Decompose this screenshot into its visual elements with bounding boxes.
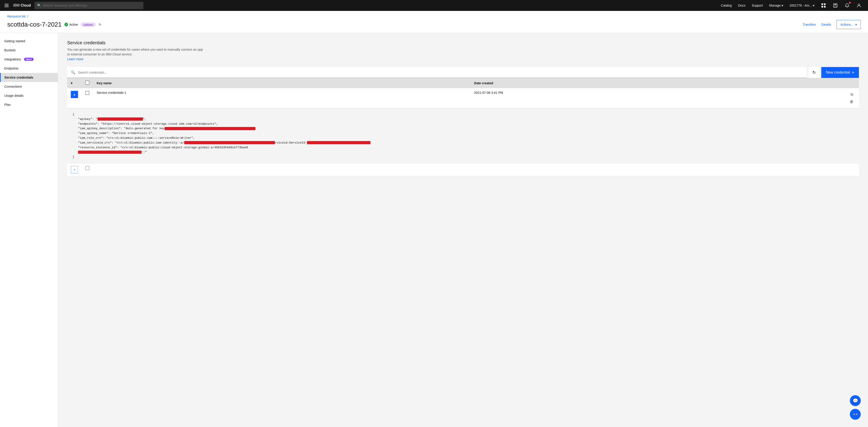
- notification-dot: [849, 2, 851, 4]
- brand-logo: IBM Cloud: [13, 3, 31, 7]
- user-icon-btn[interactable]: [854, 0, 864, 11]
- credential-date-cell: [470, 163, 841, 176]
- credentials-toolbar: 🔍 ↻ New credential +: [67, 67, 859, 78]
- credential-actions-cell: ⧉ 🗑: [841, 88, 859, 108]
- main-layout: Getting started Buckets Integrations New…: [0, 33, 868, 427]
- sidebar-item-usage-details[interactable]: Usage details: [0, 91, 58, 100]
- col-select-all[interactable]: [82, 78, 93, 88]
- notifications-icon-btn[interactable]: [842, 0, 852, 11]
- new-credential-button[interactable]: New credential +: [821, 67, 859, 78]
- titlebar-left: scottda-cos-7-2021 Active cpdaas ✎: [7, 21, 101, 28]
- section-description: You can generate a new set of credential…: [67, 47, 203, 61]
- plus-icon: +: [852, 70, 855, 75]
- expand-row-button[interactable]: ▲: [71, 91, 78, 98]
- top-navigation: IBM Cloud 🔍 Catalog Docs Support Manage …: [0, 0, 868, 11]
- calculator-icon-btn[interactable]: [830, 0, 841, 11]
- chat-fab-button[interactable]: 💬: [850, 395, 861, 406]
- redacted-value: [307, 141, 370, 144]
- catalog-link[interactable]: Catalog: [718, 0, 734, 11]
- sidebar-item-connections[interactable]: Connections: [0, 82, 58, 91]
- chevron-down-icon: ▾: [71, 81, 72, 85]
- svg-rect-0: [822, 3, 823, 5]
- svg-point-6: [834, 6, 835, 6]
- chevron-down-icon: ▾: [813, 4, 814, 7]
- breadcrumb-separator: /: [27, 15, 28, 18]
- support-link[interactable]: Support: [749, 0, 766, 11]
- json-viewer: { "apikey": " ", "endpoints": "https://c…: [67, 108, 859, 163]
- learn-more-link[interactable]: Learn more: [67, 57, 84, 61]
- redacted-value: [165, 127, 255, 130]
- svg-point-7: [835, 6, 836, 6]
- svg-rect-5: [834, 4, 836, 5]
- breadcrumb-parent-link[interactable]: Resource list: [7, 15, 26, 18]
- redacted-value: [78, 150, 142, 154]
- manage-link[interactable]: Manage ▾: [767, 0, 786, 11]
- docs-link[interactable]: Docs: [736, 0, 748, 11]
- sidebar-item-buckets[interactable]: Buckets: [0, 46, 58, 55]
- row-checkbox[interactable]: [85, 91, 89, 95]
- hamburger-menu[interactable]: [4, 3, 9, 8]
- global-search-container: 🔍: [34, 2, 144, 9]
- json-line: }: [72, 155, 854, 160]
- titlebar: Resource list / scottda-cos-7-2021 Activ…: [0, 11, 868, 33]
- table-row-expanded: { "apikey": " ", "endpoints": "https://c…: [67, 108, 859, 163]
- switcher-icon-btn[interactable]: [818, 0, 829, 11]
- redacted-value: [98, 117, 143, 121]
- account-link[interactable]: 2001776 - Am... ▾: [787, 0, 817, 11]
- table-row: ▾: [67, 163, 859, 176]
- search-icon: 🔍: [71, 70, 75, 75]
- redacted-value: [184, 141, 275, 144]
- copy-credential-button[interactable]: ⧉: [848, 91, 855, 98]
- expand-cell[interactable]: ▾: [67, 163, 82, 176]
- col-keyname-header: Key name: [93, 78, 470, 88]
- credentials-table: ▾ Key name Date created ▲: [67, 78, 859, 176]
- cpdaas-tag: cpdaas: [81, 23, 96, 27]
- global-search-input[interactable]: [43, 4, 141, 7]
- expand-cell[interactable]: ▲: [67, 88, 82, 108]
- page-title: scottda-cos-7-2021: [7, 21, 62, 28]
- json-line: "iam_role_crn": "crn:v1:bluemix:public:i…: [72, 136, 854, 141]
- svg-point-9: [834, 7, 835, 7]
- help-fab-button[interactable]: 👓: [850, 409, 861, 420]
- sidebar-item-getting-started[interactable]: Getting started: [0, 36, 58, 46]
- col-date-header: Date created: [470, 78, 841, 88]
- breadcrumb: Resource list /: [7, 15, 861, 18]
- actions-button[interactable]: Actions... ▾: [836, 20, 861, 29]
- select-all-checkbox[interactable]: [85, 81, 89, 85]
- new-tag: New!: [24, 58, 34, 61]
- edit-title-icon[interactable]: ✎: [98, 23, 101, 27]
- search-icon: 🔍: [37, 4, 41, 7]
- col-expand: ▾: [67, 78, 82, 88]
- sidebar-item-service-credentials[interactable]: Service credentials: [0, 73, 58, 82]
- chevron-down-icon: ▾: [781, 4, 783, 7]
- svg-point-10: [835, 7, 836, 7]
- chevron-down-icon: ▾: [855, 23, 857, 26]
- json-line: {: [72, 112, 854, 117]
- sidebar-item-integrations[interactable]: Integrations New!: [0, 55, 58, 64]
- row-checkbox-cell[interactable]: [82, 88, 93, 108]
- expand-row-button[interactable]: ▾: [71, 166, 78, 173]
- refresh-button[interactable]: ↻: [809, 67, 819, 78]
- json-line: "endpoints": "https://control.cloud-obje…: [72, 122, 854, 126]
- row-checkbox-cell[interactable]: [82, 163, 93, 176]
- details-link[interactable]: Details: [822, 23, 831, 26]
- main-content: Service credentials You can generate a n…: [58, 33, 868, 427]
- table-header: ▾ Key name Date created: [67, 78, 859, 88]
- json-line: "iam_apikey_name": "Service credentials-…: [72, 131, 854, 136]
- json-line: "apikey": " ",: [72, 117, 854, 122]
- fab-container: 💬 👓: [850, 395, 861, 420]
- delete-credential-button[interactable]: 🗑: [848, 98, 855, 105]
- transfers-link[interactable]: Transfers: [803, 23, 816, 26]
- sidebar-item-plan[interactable]: Plan: [0, 100, 58, 109]
- titlebar-row: scottda-cos-7-2021 Active cpdaas ✎ Trans…: [7, 20, 861, 29]
- credential-actions-cell: [841, 163, 859, 176]
- topnav-links: Catalog Docs Support Manage ▾ 2001776 - …: [718, 0, 864, 11]
- status-label: Active: [69, 23, 78, 26]
- section-title: Service credentials: [67, 40, 859, 46]
- svg-point-11: [836, 7, 837, 7]
- sidebar-item-endpoints[interactable]: Endpoints: [0, 64, 58, 73]
- row-checkbox[interactable]: [85, 166, 89, 170]
- credential-date-cell: 2021-07-06 3:41 PM: [470, 88, 841, 108]
- svg-rect-1: [824, 3, 826, 5]
- credentials-search-input[interactable]: [78, 70, 803, 74]
